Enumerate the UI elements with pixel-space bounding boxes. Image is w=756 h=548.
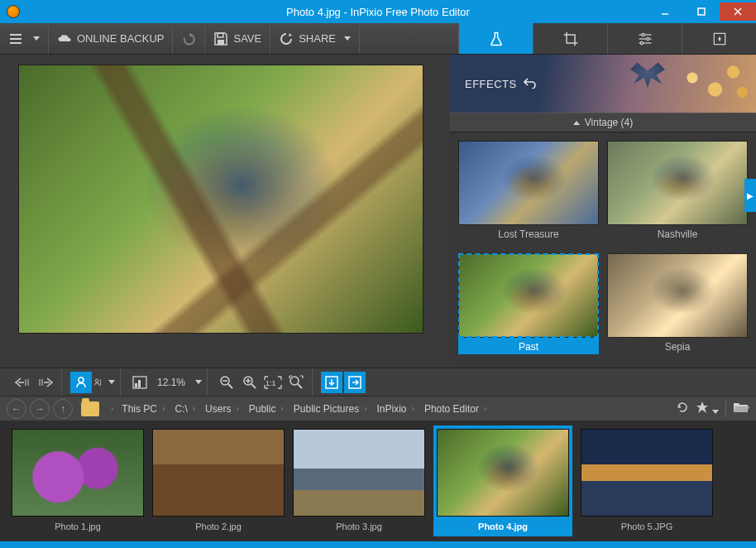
svg-rect-24 [135,383,137,387]
tab-effects[interactable] [458,23,533,54]
effect-label: Sepia [607,338,748,354]
undo-button[interactable] [181,31,196,46]
svg-point-34 [290,377,299,385]
breadcrumb-bar: ← → ↑ › This PC› C:\› Users› Public› Pub… [0,396,756,421]
main-image[interactable] [18,65,423,334]
filmstrip-thumbnail [152,429,285,517]
tab-adjust[interactable] [607,23,682,54]
svg-rect-7 [218,33,223,37]
effects-category-header[interactable]: Vintage (4) [450,113,756,132]
filmstrip-thumbnail [293,429,425,517]
share-button[interactable]: SHARE [279,31,351,46]
breadcrumb-seg[interactable]: InPixio› [376,403,419,415]
nav-up-button[interactable]: ↑ [53,399,73,419]
zoom-in-button[interactable] [239,372,261,393]
effect-sepia[interactable]: Sepia [607,253,748,359]
favorite-button[interactable] [696,401,719,416]
svg-line-35 [298,384,302,388]
tab-frames[interactable] [682,23,756,54]
breadcrumb-seg[interactable]: C:\› [173,403,200,415]
next-image-button[interactable] [35,372,56,393]
tab-crop[interactable] [533,23,607,54]
refresh-button[interactable] [676,401,689,416]
effects-category-label: Vintage (4) [585,117,633,128]
filmstrip-item[interactable]: Photo 3.jpg [293,429,425,536]
app-icon [7,5,20,18]
histogram-button[interactable] [129,372,151,393]
effect-thumbnail [607,141,748,225]
share-icon [279,31,294,46]
effect-label: Past [458,338,599,354]
svg-point-12 [646,37,648,40]
effect-thumbnail [458,141,599,225]
horizontal-scrollbar[interactable] [0,541,756,548]
filmstrip-thumbnail [581,429,713,517]
filmstrip-item[interactable]: Photo 5.JPG [581,429,713,536]
flowers-decoration [665,55,756,113]
effects-title: EFFECTS [465,78,517,90]
breadcrumb-seg[interactable]: Users› [203,403,244,415]
effects-header: EFFECTS [450,55,756,113]
filmstrip-label: Photo 2.jpg [152,517,285,531]
breadcrumb-seg[interactable]: Public Pictures› [292,403,372,415]
svg-point-20 [79,377,84,382]
effects-undo-button[interactable] [524,77,537,91]
cloud-icon [57,31,72,46]
maximize-button[interactable] [683,2,720,21]
prev-image-button[interactable] [12,372,33,393]
zoom-100-button[interactable]: 1:1 [262,372,284,393]
save-icon [213,31,228,46]
filmstrip-item[interactable]: Photo 4.jpg [433,425,572,536]
svg-line-32 [251,384,256,388]
share-label: SHARE [299,32,336,45]
effect-thumbnail [607,253,748,338]
filmstrip: Photo 1.jpg Photo 2.jpg Photo 3.jpg Phot… [0,421,756,541]
effect-past[interactable]: Past [458,253,599,359]
nav-forward-button[interactable]: → [30,399,50,419]
filmstrip-label: Photo 4.jpg [437,517,569,531]
effect-lost-treasure[interactable]: Lost Treasure [458,141,599,247]
filmstrip-thumbnail [12,429,144,517]
zoom-value: 12.1% [152,377,190,388]
zoom-out-button[interactable] [216,372,237,393]
import-button[interactable] [321,372,342,393]
svg-rect-25 [138,380,141,387]
window-titlebar: Photo 4.jpg - InPixio Free Photo Editor [0,0,756,23]
single-view-button[interactable] [70,372,92,393]
frame-icon [711,31,728,47]
crop-icon [562,31,579,47]
breadcrumb-seg[interactable]: Photo Editor› [423,403,491,415]
menu-button[interactable] [8,32,40,46]
nav-back-button[interactable]: ← [7,399,26,419]
online-backup-button[interactable]: ONLINE BACKUP [57,31,164,46]
zoom-dropdown[interactable] [195,380,202,384]
effect-label: Nashville [607,225,748,242]
breadcrumb-seg[interactable]: Public› [247,403,289,415]
panel-collapse-handle[interactable]: ▶ [744,179,756,212]
effect-label: Lost Treasure [458,225,599,242]
filmstrip-item[interactable]: Photo 1.jpg [12,429,144,536]
zoom-fit-button[interactable] [285,372,307,393]
compare-view-button[interactable] [93,372,115,393]
zoom-toolbar: 12.1% 1:1 [0,368,756,396]
online-backup-label: ONLINE BACKUP [77,32,164,45]
minimize-button[interactable] [647,2,683,21]
open-folder-button[interactable] [733,401,749,416]
main-toolbar: ONLINE BACKUP SAVE SHARE [0,23,756,55]
sliders-icon [637,31,653,47]
export-button[interactable] [344,372,366,393]
save-button[interactable]: SAVE [213,31,261,46]
filmstrip-item[interactable]: Photo 2.jpg [152,429,285,536]
effects-panel: EFFECTS Vintage (4) Lost Treasure Nashvi… [450,55,756,368]
breadcrumb-seg[interactable]: This PC› [120,403,170,415]
svg-point-10 [641,33,644,36]
filmstrip-thumbnail [437,429,569,517]
folder-icon [81,401,99,416]
close-button[interactable] [720,2,756,21]
svg-point-14 [640,41,643,44]
butterfly-decoration [630,60,665,88]
filmstrip-label: Photo 3.jpg [293,517,425,531]
save-label: SAVE [233,32,261,45]
svg-text:1:1: 1:1 [266,379,276,387]
effect-nashville[interactable]: Nashville [607,141,748,247]
